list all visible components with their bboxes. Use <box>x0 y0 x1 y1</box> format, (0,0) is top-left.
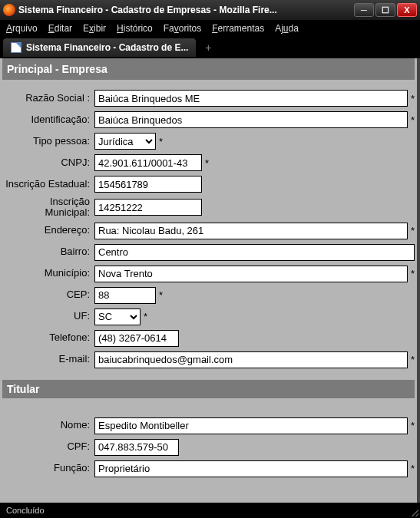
input-bairro[interactable] <box>94 244 415 261</box>
label-inscricao-municipal: Inscrição Municipal: <box>2 196 94 219</box>
label-nome: Nome: <box>2 420 94 431</box>
input-inscricao-municipal[interactable] <box>94 199 202 216</box>
section-header-titular: Titular <box>2 380 415 398</box>
required-razao-social: * <box>411 93 415 104</box>
section-title-principal: Principal - Empresa <box>7 63 107 75</box>
menu-editar[interactable]: Editar <box>48 23 72 34</box>
status-bar: Concluído <box>0 503 420 518</box>
firefox-icon <box>3 4 15 16</box>
page-content: Principal - Empresa Razão Social : * Ide… <box>0 58 417 503</box>
required-cep: * <box>159 289 163 301</box>
vertical-scrollbar[interactable] <box>417 58 420 503</box>
required-cnpj: * <box>205 157 209 169</box>
section-header-principal: Principal - Empresa <box>2 58 415 80</box>
page-icon <box>11 42 21 53</box>
input-cep[interactable] <box>94 287 156 304</box>
label-funcao: Função: <box>2 463 94 473</box>
window-title-bar: Sistema Financeiro - Cadastro de Empresa… <box>0 0 420 20</box>
label-bairro: Bairro: <box>2 246 94 257</box>
menu-ferramentas[interactable]: Ferramentas <box>212 23 264 34</box>
close-button[interactable]: X <box>397 3 417 17</box>
section-title-titular: Titular <box>7 383 40 395</box>
input-razao-social[interactable] <box>94 90 408 107</box>
label-endereco: Endereço: <box>2 225 94 236</box>
new-tab-button[interactable]: + <box>200 41 216 54</box>
input-funcao[interactable] <box>94 460 408 477</box>
menu-historico[interactable]: Histórico <box>117 23 153 34</box>
input-municipio[interactable] <box>94 266 408 282</box>
input-cnpj[interactable] <box>94 154 202 171</box>
required-municipio: * <box>411 268 415 279</box>
required-email: * <box>411 354 415 365</box>
tab-bar: Sistema Financeiro - Cadastro de E... + <box>0 37 420 58</box>
label-telefone: Telefone: <box>2 332 94 343</box>
label-email: E-mail: <box>2 354 94 365</box>
label-inscricao-estadual: Inscrição Estadual: <box>2 179 94 190</box>
input-email[interactable] <box>94 351 408 368</box>
input-inscricao-estadual[interactable] <box>94 176 202 193</box>
input-telefone[interactable] <box>94 330 179 347</box>
label-cnpj: CNPJ: <box>2 157 94 168</box>
label-identificacao: Identificação: <box>2 114 94 125</box>
browser-tab-active[interactable]: Sistema Financeiro - Cadastro de E... <box>3 38 196 57</box>
input-nome[interactable] <box>94 417 408 434</box>
status-text: Concluído <box>6 506 45 515</box>
minimize-button[interactable]: ─ <box>354 3 374 17</box>
required-tipo-pessoa: * <box>159 136 163 147</box>
select-tipo-pessoa[interactable]: Jurídica <box>94 133 156 150</box>
menu-favoritos[interactable]: Favoritos <box>164 23 201 34</box>
menu-exibir[interactable]: Exibir <box>83 23 106 34</box>
input-cpf[interactable] <box>94 439 179 456</box>
input-identificacao[interactable] <box>94 111 408 128</box>
menu-ajuda[interactable]: Ajuda <box>275 23 299 34</box>
required-funcao: * <box>411 463 415 474</box>
label-razao-social: Razão Social : <box>2 93 94 104</box>
label-cpf: CPF: <box>2 441 94 452</box>
menu-arquivo[interactable]: Arquivo <box>6 23 38 34</box>
label-tipo-pessoa: Tipo pessoa: <box>2 136 94 147</box>
tab-label: Sistema Financeiro - Cadastro de E... <box>26 42 188 53</box>
window-title: Sistema Financeiro - Cadastro de Empresa… <box>18 5 354 15</box>
label-uf: UF: <box>2 311 94 322</box>
select-uf[interactable]: SC <box>94 308 141 325</box>
label-municipio: Município: <box>2 268 94 279</box>
required-nome: * <box>411 420 415 431</box>
input-endereco[interactable] <box>94 223 408 239</box>
label-cep: CEP: <box>2 289 94 300</box>
resize-grip-icon[interactable] <box>409 507 418 516</box>
window-controls: ─ ☐ X <box>354 3 417 17</box>
required-identificacao: * <box>411 114 415 126</box>
required-endereco: * <box>411 225 415 236</box>
maximize-button[interactable]: ☐ <box>375 3 395 17</box>
required-uf: * <box>144 311 147 322</box>
menu-bar: Arquivo Editar Exibir Histórico Favorito… <box>0 20 420 37</box>
